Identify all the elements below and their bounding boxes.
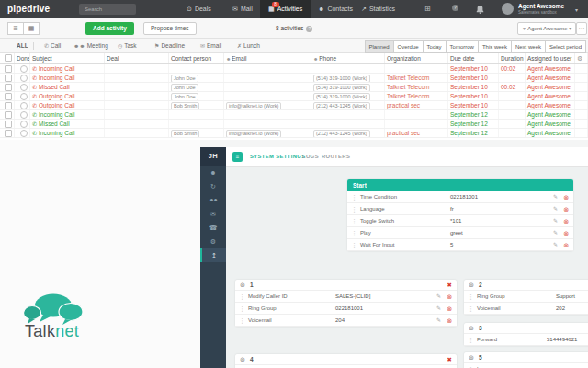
done-toggle[interactable] xyxy=(15,64,30,73)
drag-handle-icon[interactable]: ⋮ xyxy=(468,291,474,303)
organization-link[interactable]: Talknet Telecom xyxy=(387,84,430,90)
filter-all[interactable]: ALL xyxy=(17,42,28,50)
nav-item-deals[interactable]: ⊙Deals xyxy=(187,0,211,18)
done-toggle[interactable] xyxy=(15,92,30,100)
flow-step-row[interactable]: ⋮ Language en xyxy=(464,363,588,368)
user-name[interactable]: Agent Awesome xyxy=(518,3,564,9)
done-toggle[interactable] xyxy=(15,101,30,109)
header-done[interactable]: Done xyxy=(15,53,30,63)
header-contact-person[interactable]: Contact person xyxy=(169,53,224,63)
table-row[interactable]: ✆Missed Call September 12 Agent Awesome xyxy=(0,120,588,129)
subject-link[interactable]: Outgoing Call xyxy=(39,102,74,109)
flow-step-row[interactable]: ⋮ Wait For Input 5 ✎ ⊗ xyxy=(347,239,573,251)
assigned-user-link[interactable]: Agent Awesome xyxy=(527,93,571,99)
phone-chip[interactable]: (514) 319-1000 (Work) xyxy=(313,84,370,91)
header-phone[interactable]: ☻Phone xyxy=(311,53,385,63)
search-input[interactable]: Search xyxy=(79,4,136,15)
assigned-user-link[interactable]: Agent Awesome xyxy=(527,84,571,90)
user-avatar[interactable] xyxy=(502,3,514,15)
nav-item-mail[interactable]: ✉Mail xyxy=(232,0,253,18)
edit-icon[interactable]: ✎ xyxy=(553,191,558,203)
done-toggle[interactable] xyxy=(15,110,30,119)
gear-icon[interactable]: ⚙ xyxy=(200,235,226,248)
edit-icon[interactable]: ✎ xyxy=(553,215,558,227)
table-row[interactable]: ✆Incoming Call September 12 Agent Awesom… xyxy=(0,110,588,120)
drag-handle-icon[interactable]: ⋮ xyxy=(351,239,357,251)
contact-chip[interactable]: John Doe xyxy=(171,93,198,100)
delete-icon[interactable]: ⊗ xyxy=(563,191,569,203)
assigned-user-link[interactable]: Agent Awesome xyxy=(527,130,571,136)
edit-icon[interactable]: ✎ xyxy=(553,239,558,251)
contact-chip[interactable]: John Doe xyxy=(171,75,198,82)
done-toggle[interactable] xyxy=(15,74,30,82)
row-checkbox[interactable] xyxy=(0,101,15,109)
subject-link[interactable]: Incoming Call xyxy=(39,130,74,136)
calendar-view-toggle[interactable]: ▦ xyxy=(23,22,40,35)
delete-icon[interactable]: ⊗ xyxy=(447,303,452,315)
organization-link[interactable]: Talknet Telecom xyxy=(387,93,430,99)
organization-link[interactable]: Talknet Telecom xyxy=(387,75,430,81)
flow-step-row[interactable]: ⋮ Voicemail 202 xyxy=(464,303,588,315)
contact-chip[interactable]: Bob Smith xyxy=(171,130,199,137)
header-due-date[interactable]: Due date xyxy=(448,53,499,63)
table-row[interactable]: ✆Outgoing Call Bob Smith info@talknet.io… xyxy=(0,101,588,110)
organization-link[interactable]: practical sec xyxy=(387,102,420,109)
delete-icon[interactable]: ⊗ xyxy=(563,215,569,227)
row-checkbox[interactable] xyxy=(0,64,15,73)
phone-chip[interactable]: (514) 319-1000 (Work) xyxy=(313,93,370,100)
tab-select-period[interactable]: Select period xyxy=(545,40,586,53)
drag-handle-icon[interactable]: ⋮ xyxy=(351,203,357,215)
phone-chip[interactable]: (212) 443-1245 (Work) xyxy=(313,130,370,137)
contact-chip[interactable]: John Doe xyxy=(171,84,198,91)
phone-icon[interactable]: ☎ xyxy=(200,221,226,235)
delete-icon[interactable]: ⊗ xyxy=(447,315,452,327)
assigned-user-link[interactable]: Agent Awesome xyxy=(527,102,571,109)
assigned-user-link[interactable]: Agent Awesome xyxy=(527,111,571,118)
sidebar-user-initials[interactable]: JH xyxy=(200,147,226,166)
propose-times-button[interactable]: Propose times xyxy=(143,22,197,35)
edit-icon[interactable]: ✎ xyxy=(436,315,441,327)
assigned-user-link[interactable]: Agent Awesome xyxy=(527,75,571,81)
email-chip[interactable]: info@talknet.io (Work) xyxy=(226,102,281,109)
assigned-user-link[interactable]: Agent Awesome xyxy=(527,121,571,127)
subject-link[interactable]: Incoming Call xyxy=(39,65,74,72)
edit-icon[interactable]: ✎ xyxy=(436,291,441,303)
upload-icon[interactable]: ↥ xyxy=(200,248,226,262)
flow-step-row[interactable]: ⋮ Language fr ✎ ⊗ xyxy=(347,203,573,215)
subject-link[interactable]: Incoming Call xyxy=(39,111,74,118)
table-row[interactable]: ✆Incoming Call Bob Smith info@talknet.io… xyxy=(0,129,588,138)
drag-handle-icon[interactable]: ⋮ xyxy=(351,191,357,203)
notifications-bell-icon[interactable] xyxy=(476,5,484,16)
done-toggle[interactable] xyxy=(15,120,30,128)
tab-next-week[interactable]: Next week xyxy=(511,40,546,53)
drag-handle-icon[interactable]: ⋮ xyxy=(468,334,474,346)
nav-item-statistics[interactable]: ↗Statistics xyxy=(361,0,395,18)
column-settings-button[interactable]: ⚙ xyxy=(575,53,588,63)
tab-overdue[interactable]: Overdue xyxy=(393,40,424,53)
contact-chip[interactable]: Bob Smith xyxy=(171,102,199,109)
delete-icon[interactable]: ⊗ xyxy=(447,291,452,303)
filter-email[interactable]: ✉Email xyxy=(200,42,221,50)
subject-link[interactable]: Missed Call xyxy=(39,121,70,127)
team-icon[interactable]: ☻☻ xyxy=(200,193,226,207)
header-deal[interactable]: Deal xyxy=(105,53,169,63)
header-email[interactable]: ☻Email xyxy=(224,53,311,63)
row-checkbox[interactable] xyxy=(0,129,15,137)
edit-icon[interactable]: ✎ xyxy=(553,227,558,239)
nav-item-contacts[interactable]: ☻Contacts xyxy=(318,0,353,18)
tab-today[interactable]: Today xyxy=(423,40,447,53)
tab-routers[interactable]: ROUTERS xyxy=(322,154,350,159)
flow-step-row[interactable]: ⋮ Time Condition 022181001 ✎ ⊗ xyxy=(347,191,573,203)
drag-handle-icon[interactable]: ⋮ xyxy=(351,227,357,239)
app-menu-button[interactable]: ≡ xyxy=(232,152,243,162)
table-row[interactable]: ✆Outgoing Call John Doe (514) 319-1000 (… xyxy=(0,92,588,101)
add-activity-button[interactable]: Add activity xyxy=(85,22,134,35)
mail-icon[interactable]: ✉ xyxy=(200,207,226,221)
delete-icon[interactable]: ⊗ xyxy=(563,227,569,239)
refresh-icon[interactable]: ↻ xyxy=(200,179,226,193)
flow-step-row[interactable]: ⋮ Modify Caller ID SALES-[CLID] ✎ ⊗ xyxy=(235,291,457,303)
done-toggle[interactable] xyxy=(15,129,30,137)
drag-handle-icon[interactable]: ⋮ xyxy=(239,291,245,303)
subject-link[interactable]: Incoming Call xyxy=(39,75,74,81)
tab-logs[interactable]: LOGS xyxy=(302,154,319,159)
